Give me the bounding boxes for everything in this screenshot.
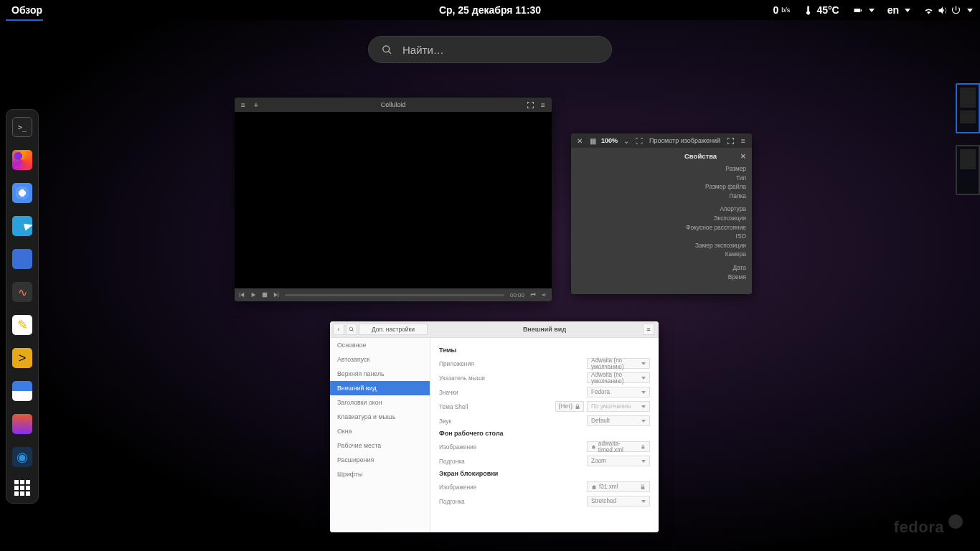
dock-app-system-monitor[interactable] [12, 282, 32, 302]
power-icon [951, 5, 961, 16]
file-chooser[interactable]: adwaita-timed.xml [587, 441, 650, 452]
netspeed-unit: b/s [781, 6, 790, 14]
sidebar-item[interactable]: Рабочие места [330, 438, 430, 453]
settings-row: ПриложенияAdwaita (по умолчанию) [439, 358, 650, 369]
settings-row: Изображениеf31.xml [439, 481, 650, 492]
close-icon[interactable]: ✕ [575, 136, 584, 145]
fullscreen-icon[interactable] [526, 100, 534, 109]
row-label: Указатель мыши [439, 375, 587, 382]
settings-row: ПодгонкаStretched [439, 496, 650, 507]
overview-search[interactable]: Найти… [368, 36, 612, 63]
row-label: Звук [439, 418, 587, 425]
dock-app-media-player[interactable] [12, 447, 32, 467]
section-background: Фон рабочего стола [439, 430, 650, 437]
window-image-viewer[interactable]: ✕ ▦ 100% ⌄ ⛶ Просмотр изображений ≡ Свой… [571, 133, 752, 294]
dock-app-text-editor[interactable] [12, 315, 32, 335]
dropdown[interactable]: Zoom [587, 456, 650, 466]
tweaks-header-title: Доп. настройки GNOME [359, 324, 428, 335]
dock-app-files[interactable] [12, 249, 32, 269]
dock-app-wine[interactable] [12, 414, 32, 434]
clock[interactable]: Ср, 25 декабря 11:30 [439, 4, 541, 16]
property-label: ISO [684, 232, 746, 241]
workspace-thumb-1[interactable] [956, 83, 980, 133]
property-label: Тип [684, 174, 746, 183]
dock-app-firefox[interactable] [12, 150, 32, 170]
menu-icon[interactable]: ≡ [539, 100, 547, 109]
search-icon [382, 44, 392, 55]
shell-theme-chip[interactable]: (Нет) [555, 401, 584, 412]
add-button[interactable]: + [252, 100, 260, 109]
tweaks-sidebar: ОсновноеАвтозапускВерхняя панельВнешний … [330, 338, 430, 532]
tweaks-header-left: ‹ Доп. настройки GNOME [330, 321, 430, 337]
dropdown[interactable]: По умолчанию [587, 401, 650, 412]
dash [6, 109, 39, 504]
sidebar-item[interactable]: Расширения [330, 453, 430, 467]
fedora-watermark: fedora [894, 518, 963, 537]
settings-row: Тема Shell(Нет)По умолчанию [439, 401, 650, 412]
show-applications-button[interactable] [14, 480, 30, 496]
sidebar-item[interactable]: Верхняя панель [330, 367, 430, 381]
zoom-level[interactable]: 100% [601, 137, 618, 144]
dock-app-plex[interactable] [12, 348, 32, 368]
seek-bar[interactable] [285, 294, 504, 296]
dock-app-swap[interactable] [12, 381, 32, 401]
next-icon[interactable] [273, 292, 279, 298]
sidebar-item[interactable]: Заголовки окон [330, 395, 430, 410]
sidebar-item[interactable]: Основное [330, 338, 430, 352]
eog-canvas[interactable] [571, 148, 679, 294]
settings-row: ЗвукDefault [439, 415, 650, 426]
gallery-icon[interactable]: ▦ [588, 136, 597, 145]
property-label: Апертура [684, 204, 746, 214]
fullscreen-icon[interactable] [726, 136, 735, 145]
dropdown[interactable]: Fedora [587, 387, 650, 397]
sidebar-item[interactable]: Внешний вид [330, 381, 430, 395]
dropdown[interactable]: Adwaita (по умолчанию) [587, 372, 650, 383]
window-gnome-tweaks[interactable]: ‹ Доп. настройки GNOME Внешний вид ≡ Осн… [330, 321, 659, 532]
menu-button[interactable]: ≡ [643, 324, 654, 335]
dock-app-chromium[interactable] [12, 183, 32, 203]
menu-icon[interactable]: ≡ [739, 136, 748, 145]
battery-indicator[interactable] [852, 5, 875, 16]
dock-app-telegram[interactable] [12, 216, 32, 236]
chevron-down-icon[interactable]: ⌄ [622, 136, 631, 145]
row-label: Изображение [439, 443, 587, 451]
window-celluloid[interactable]: ≡ + Celluloid ≡ 00:00 [235, 98, 552, 301]
sidebar-item[interactable]: Клавиатура и мышь [330, 410, 430, 424]
celluloid-video-area[interactable] [235, 112, 552, 288]
dropdown[interactable]: Adwaita (по умолчанию) [587, 358, 650, 369]
stop-icon[interactable] [262, 292, 268, 298]
sidebar-item[interactable]: Окна [330, 424, 430, 438]
property-label: Камера [684, 250, 746, 259]
activities-button[interactable]: Обзор [7, 3, 47, 17]
eog-title: Просмотр изображений [648, 137, 722, 144]
settings-row: ЗначкиFedora [439, 387, 650, 397]
playlist-toggle-icon[interactable]: ≡ [239, 100, 248, 109]
tweaks-content: Темы ПриложенияAdwaita (по умолчанию)Ука… [430, 338, 659, 532]
file-chooser[interactable]: f31.xml [587, 481, 650, 492]
thermometer-icon [803, 5, 814, 16]
property-label: Папка [684, 192, 746, 201]
loop-icon[interactable] [530, 292, 536, 298]
back-button[interactable]: ‹ [333, 324, 344, 335]
sidebar-item[interactable]: Шрифты [330, 467, 430, 481]
sidebar-item[interactable]: Автозапуск [330, 352, 430, 367]
activities-underline [6, 19, 43, 21]
volume-icon[interactable] [542, 292, 547, 298]
zoom-fit-icon[interactable]: ⛶ [635, 136, 644, 145]
temperature-value: 45°C [816, 4, 839, 16]
dock-app-terminal[interactable] [12, 117, 32, 137]
workspace-thumb-2[interactable] [956, 145, 980, 195]
dropdown[interactable]: Default [587, 415, 650, 426]
properties-close-icon[interactable]: ✕ [740, 153, 746, 160]
row-label: Значки [439, 389, 587, 396]
system-status-area[interactable] [923, 5, 973, 16]
celluloid-controls: 00:00 [235, 288, 552, 301]
prev-icon[interactable] [239, 292, 245, 298]
properties-title: Свойства [684, 152, 717, 160]
keyboard-layout-indicator[interactable]: en [887, 4, 910, 16]
play-icon[interactable] [250, 292, 256, 298]
search-button[interactable] [346, 324, 357, 335]
dropdown[interactable]: Stretched [587, 496, 650, 507]
battery-icon [852, 5, 863, 16]
settings-row: Указатель мышиAdwaita (по умолчанию) [439, 372, 650, 383]
